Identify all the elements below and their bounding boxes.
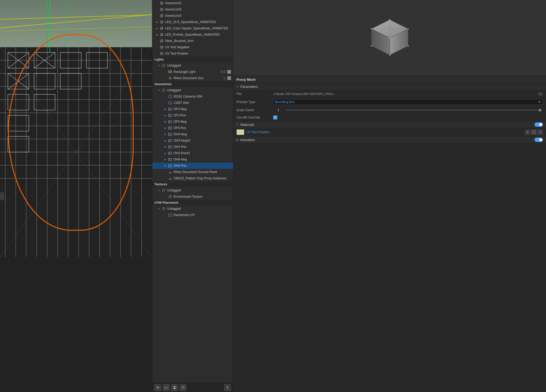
tree-item-led169[interactable]: LED_16-9_SpaceMusic_ANIMATED bbox=[152, 19, 233, 25]
tree-item-of5neg[interactable]: OF5-Neg bbox=[152, 119, 233, 125]
tree-item-pattern[interactable]: 230510_Pattern Vray Proxy Instances bbox=[152, 175, 233, 181]
tree-item-oh6neg[interactable]: OH6-Neg bbox=[152, 156, 233, 163]
tree-item-cam004[interactable]: 00191 Cameron 004 bbox=[152, 93, 233, 100]
expand-icon[interactable] bbox=[164, 139, 167, 142]
tree-item-of3pos[interactable]: OF3-Pos bbox=[152, 112, 233, 119]
expand-icon[interactable] bbox=[155, 20, 159, 24]
tree-item-generic24[interactable]: Generic#24 bbox=[152, 13, 233, 19]
tree-item-ledportrait[interactable]: LED_Portrait_SpaceMusic_ANIMATED bbox=[152, 31, 233, 38]
tree-item-alex[interactable]: 11837 Alex bbox=[152, 100, 233, 106]
textures-untagged-group[interactable]: Untagged bbox=[152, 187, 233, 194]
delete-button[interactable] bbox=[180, 384, 186, 391]
scale-number: 1 bbox=[273, 108, 284, 112]
preview-type-dropdown[interactable]: Bounding Box ▼ bbox=[273, 99, 543, 105]
expand-icon[interactable] bbox=[158, 207, 161, 210]
section-label: UVW Placement bbox=[154, 201, 231, 205]
material-assign-btn[interactable] bbox=[538, 130, 543, 135]
tree-item-rectlight[interactable]: Rectangle Light 5.6 bbox=[152, 69, 233, 75]
svg-rect-79 bbox=[169, 146, 170, 147]
material-dropdown-btn[interactable]: ▼ bbox=[525, 130, 530, 135]
geo-group-icon bbox=[168, 120, 172, 124]
item-label: Rhino Document Sun bbox=[174, 76, 223, 80]
animation-toggle[interactable] bbox=[534, 138, 543, 142]
light-rect-icon bbox=[168, 70, 172, 74]
folder-browse-icon[interactable] bbox=[538, 92, 543, 96]
svg-rect-53 bbox=[169, 71, 171, 73]
tree-item-of3neg[interactable]: OF3-Neg bbox=[152, 106, 233, 112]
item-swatch bbox=[227, 70, 231, 74]
material-name: UV Test Positive bbox=[246, 130, 523, 134]
file-value: J:\Studio JHH Dropbox\JHH SERVER\1_PROJ.… bbox=[273, 92, 543, 96]
expand-icon[interactable] bbox=[164, 133, 167, 136]
item-label: Generic#24 bbox=[165, 14, 231, 18]
expand-icon[interactable] bbox=[164, 145, 167, 148]
svg-point-119 bbox=[408, 45, 409, 46]
expand-icon[interactable] bbox=[155, 33, 159, 36]
tree-item-uvneg[interactable]: UV Test Negative bbox=[152, 44, 233, 50]
expand-icon[interactable] bbox=[164, 158, 167, 161]
materials-toggle[interactable] bbox=[534, 122, 543, 127]
geo-group-icon bbox=[168, 113, 172, 117]
uvw-untagged-group[interactable]: Untagged bbox=[152, 206, 233, 212]
tree-item-oh3neg[interactable]: OH3-Neg bbox=[152, 131, 233, 137]
texture-icon bbox=[168, 195, 172, 199]
expand-icon[interactable] bbox=[164, 108, 167, 111]
parameters-label: Parameters bbox=[240, 85, 258, 89]
parameters-section-header[interactable]: Parameters bbox=[233, 83, 546, 90]
section-arrow bbox=[236, 138, 238, 141]
material-icon bbox=[160, 14, 164, 18]
add-button[interactable] bbox=[154, 384, 161, 391]
file-path: J:\Studio JHH Dropbox\JHH SERVER\1_PROJ.… bbox=[273, 92, 538, 95]
save-button[interactable] bbox=[171, 384, 178, 391]
animation-section-header[interactable]: Animation bbox=[233, 136, 546, 143]
geo-group-icon bbox=[168, 157, 172, 162]
expand-icon[interactable] bbox=[158, 189, 161, 192]
section-label: Textures bbox=[154, 182, 231, 186]
cube-preview bbox=[361, 9, 419, 67]
tree-item-oh3pos2[interactable]: OH3-Pos#2 bbox=[152, 150, 233, 156]
tree-item-steelbrushed[interactable]: Steel_Brushed_5cm bbox=[152, 38, 233, 44]
use-mtl-checkbox[interactable] bbox=[273, 115, 277, 120]
expand-icon[interactable] bbox=[155, 27, 159, 30]
tree-item-rhinoground[interactable]: Rhino Document Ground Plane bbox=[152, 169, 233, 175]
folder-button[interactable] bbox=[163, 384, 170, 391]
svg-rect-67 bbox=[169, 109, 170, 110]
expand-icon[interactable] bbox=[158, 64, 161, 67]
file-label: File bbox=[236, 92, 273, 96]
tree-item-envtex[interactable]: Environment Texture bbox=[152, 194, 233, 200]
expand-icon[interactable] bbox=[164, 152, 167, 155]
group-label: Untagged bbox=[167, 207, 231, 211]
tree-item-oh3pos[interactable]: OH3-Pos bbox=[152, 144, 233, 150]
expand-icon[interactable] bbox=[158, 89, 161, 92]
scale-slider[interactable] bbox=[286, 110, 542, 111]
proxy-mesh-title: Proxy Mesh bbox=[236, 78, 256, 82]
geometries-untagged-group[interactable]: Untagged bbox=[152, 87, 233, 93]
expand-icon[interactable] bbox=[164, 114, 167, 117]
materials-section-header[interactable]: Materials bbox=[233, 121, 546, 128]
tree-item-oh6pos[interactable]: OH6-Pos bbox=[152, 163, 233, 169]
item-label: OH3-Pos bbox=[174, 145, 231, 149]
tree-item-generic22[interactable]: Generic#22 bbox=[152, 0, 233, 6]
section-geometries: Geometries bbox=[152, 81, 233, 87]
export-button[interactable] bbox=[224, 384, 231, 391]
svg-rect-75 bbox=[169, 134, 170, 135]
tree-item-uvpos[interactable]: UV Test Positive bbox=[152, 50, 233, 57]
tree-item-generic23[interactable]: Generic#23 bbox=[152, 6, 233, 13]
tree-item-oh3neg2[interactable]: OH3-Neg#2 bbox=[152, 137, 233, 144]
viewport-collapse-arrow[interactable]: ‹ bbox=[0, 192, 4, 200]
svg-rect-103 bbox=[174, 386, 175, 387]
item-label: OH6-Neg bbox=[174, 158, 231, 161]
scale-factor-row: Scale Factor 1 bbox=[233, 106, 546, 114]
expand-icon[interactable] bbox=[164, 164, 167, 167]
tree-item-ledcolor[interactable]: LED_Color Square_SpaceMusic_ANIMATED bbox=[152, 25, 233, 31]
scene-toolbar bbox=[152, 383, 233, 392]
svg-rect-81 bbox=[169, 153, 170, 154]
tree-item-of5pos[interactable]: OF5-Pos bbox=[152, 125, 233, 131]
material-edit-btn[interactable] bbox=[531, 130, 537, 135]
item-label: UV Test Negative bbox=[165, 45, 231, 49]
expand-icon[interactable] bbox=[164, 126, 167, 130]
lights-untagged-group[interactable]: Untagged bbox=[152, 62, 233, 69]
expand-icon[interactable] bbox=[164, 120, 167, 123]
tree-item-randomizeuv[interactable]: UV Randomize UV bbox=[152, 212, 233, 218]
tree-item-rhinosun[interactable]: Rhino Document Sun 1 bbox=[152, 75, 233, 81]
